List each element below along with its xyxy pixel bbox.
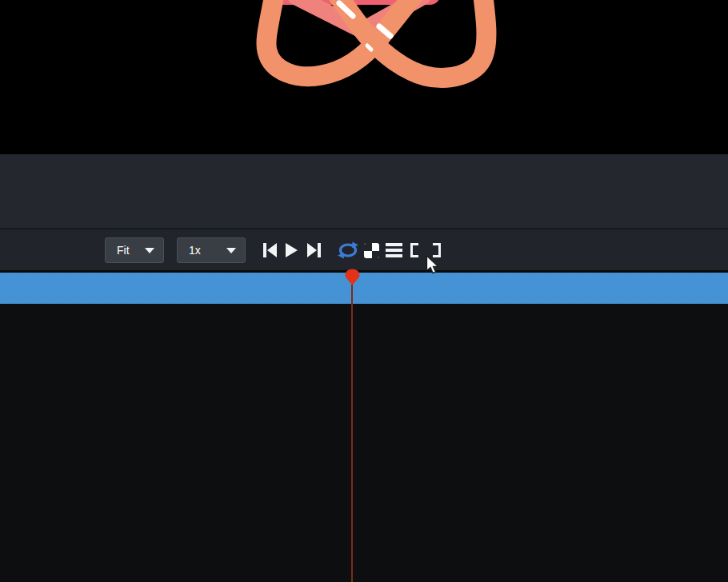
chevron-down-icon <box>226 248 236 253</box>
animation-player-window: Fit 1x <box>0 0 728 582</box>
play-button[interactable] <box>284 242 298 258</box>
bracket-in-button[interactable] <box>410 243 418 257</box>
skip-to-start-icon <box>262 242 278 258</box>
loop-toggle-button[interactable] <box>338 241 358 259</box>
panel-spacer <box>0 154 728 228</box>
skip-to-end-button[interactable] <box>306 242 322 258</box>
mouse-cursor-icon <box>426 255 440 276</box>
playhead-line <box>351 285 353 582</box>
timeline-body <box>0 304 728 582</box>
playhead-marker[interactable] <box>345 269 360 285</box>
frame-list-button[interactable] <box>386 243 402 257</box>
chevron-down-icon <box>145 248 154 253</box>
animation-preview-stage <box>0 0 728 154</box>
hamburger-icon <box>386 243 402 257</box>
play-icon <box>284 242 298 258</box>
background-toggle-button[interactable] <box>364 243 379 258</box>
loop-icon <box>338 241 358 259</box>
bracket-in-icon <box>410 243 418 257</box>
skip-to-end-icon <box>306 242 322 258</box>
zoom-fit-select[interactable]: Fit <box>105 237 164 263</box>
zoom-fit-value: Fit <box>117 244 130 257</box>
playback-speed-value: 1x <box>189 244 201 257</box>
playhead-icon <box>345 269 360 285</box>
skip-to-start-button[interactable] <box>262 242 278 258</box>
player-toolbar: Fit 1x <box>0 228 728 270</box>
mouse-cursor <box>426 255 440 276</box>
playback-speed-select[interactable]: 1x <box>177 237 246 263</box>
highlight-streak-3 <box>367 46 371 50</box>
pretzel-animation-graphic <box>0 0 728 154</box>
timeline-track[interactable] <box>0 273 728 304</box>
background-checker-icon <box>364 243 379 258</box>
